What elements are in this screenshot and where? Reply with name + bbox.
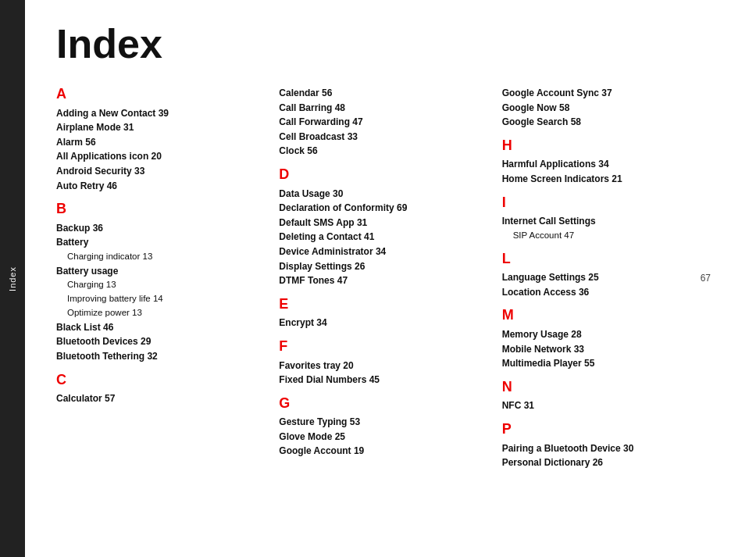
index-entry: Google Now 58 <box>502 101 709 116</box>
index-entry: Clock 56 <box>279 144 486 159</box>
index-entry: Calculator 57 <box>56 391 263 406</box>
index-sub-entry: Charging indicator 13 <box>56 250 263 264</box>
index-entry: Multimedia Player 55 <box>502 356 709 371</box>
index-entry: Home Screen Indicators 21 <box>502 172 709 187</box>
index-entry: Battery usage <box>56 264 263 279</box>
column-1: AAdding a New Contact 39Airplane Mode 31… <box>56 86 279 470</box>
index-entry: Data Usage 30 <box>279 187 486 202</box>
index-columns: AAdding a New Contact 39Airplane Mode 31… <box>56 86 725 470</box>
index-entry: Memory Usage 28 <box>502 327 709 342</box>
index-entry: NFC 31 <box>502 398 709 413</box>
index-sub-entry: Charging 13 <box>56 278 263 292</box>
index-entry: Call Barring 48 <box>279 101 486 116</box>
index-entry: Internet Call Settings <box>502 214 709 229</box>
section-letter-H: H <box>502 137 709 155</box>
index-entry: Language Settings 25 <box>502 270 709 285</box>
index-entry: Declaration of Conformity 69 <box>279 201 486 216</box>
index-entry: Google Account 19 <box>279 444 486 459</box>
section-letter-G: G <box>279 395 486 412</box>
section-letter-E: E <box>279 296 486 313</box>
index-entry: Display Settings 26 <box>279 259 486 274</box>
index-entry: Glove Mode 25 <box>279 430 486 445</box>
section-letter-L: L <box>502 251 709 268</box>
index-entry: Mobile Network 33 <box>502 342 709 357</box>
index-entry: Call Forwarding 47 <box>279 115 486 130</box>
sidebar: Index <box>0 0 25 557</box>
index-entry: Gesture Typing 53 <box>279 415 486 430</box>
index-entry: Encrypt 34 <box>279 316 486 330</box>
page-title: Index <box>56 23 725 64</box>
index-entry: Backup 36 <box>56 221 263 236</box>
column-3: 67 Google Account Sync 37Google Now 58Go… <box>502 86 725 470</box>
index-entry: Fixed Dial Numbers 45 <box>279 373 486 387</box>
index-entry: Calendar 56 <box>279 86 486 101</box>
index-entry: Auto Retry 46 <box>56 179 263 194</box>
column-2: Calendar 56Call Barring 48Call Forwardin… <box>279 86 501 470</box>
index-entry: Cell Broadcast 33 <box>279 130 486 145</box>
page-content: Index AAdding a New Contact 39Airplane M… <box>25 0 756 557</box>
section-letter-F: F <box>279 338 486 355</box>
index-entry: Battery <box>56 235 263 250</box>
index-sub-entry: Optimize power 13 <box>56 306 263 320</box>
index-sub-entry: Improving battery life 14 <box>56 292 263 306</box>
index-entry: Black List 46 <box>56 320 263 335</box>
index-entry: Google Search 58 <box>502 115 709 130</box>
index-entry: Pairing a Bluetooth Device 30 <box>502 441 709 456</box>
index-entry: Harmful Applications 34 <box>502 157 709 172</box>
index-entry: Deleting a Contact 41 <box>279 230 486 245</box>
index-entry: Adding a New Contact 39 <box>56 106 263 121</box>
index-entry: Airplane Mode 31 <box>56 120 263 135</box>
section-letter-D: D <box>279 166 486 184</box>
section-letter-P: P <box>502 421 709 438</box>
section-letter-C: C <box>56 372 263 389</box>
section-letter-I: I <box>502 195 709 212</box>
index-entry: DTMF Tones 47 <box>279 273 486 288</box>
index-sub-entry: SIP Account 47 <box>502 229 709 243</box>
index-entry: Default SMS App 31 <box>279 216 486 230</box>
section-letter-B: B <box>56 201 263 218</box>
sidebar-label: Index <box>8 266 17 291</box>
index-entry: Google Account Sync 37 <box>502 86 709 101</box>
index-entry: Bluetooth Devices 29 <box>56 334 263 349</box>
index-entry: Favorites tray 20 <box>279 359 486 373</box>
index-entry: Bluetooth Tethering 32 <box>56 349 263 364</box>
index-entry: Alarm 56 <box>56 135 263 150</box>
index-entry: Location Access 36 <box>502 285 709 300</box>
section-letter-A: A <box>56 86 263 103</box>
page-number: 67 <box>701 273 711 284</box>
index-entry: Personal Dictionary 26 <box>502 455 709 470</box>
index-entry: All Applications icon 20 <box>56 149 263 164</box>
index-entry: Device Administrator 34 <box>279 245 486 259</box>
section-letter-M: M <box>502 307 709 324</box>
section-letter-N: N <box>502 379 709 396</box>
index-entry: Android Security 33 <box>56 164 263 179</box>
